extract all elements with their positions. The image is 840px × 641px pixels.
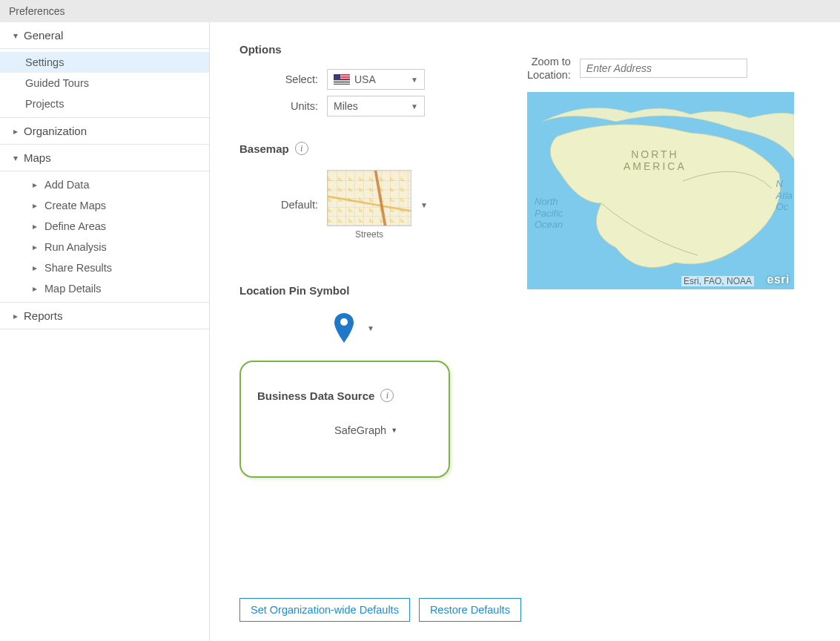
esri-logo: esri [767, 273, 790, 286]
bds-select-value: SafeGraph [334, 424, 386, 436]
basemap-default-label: Default: [239, 199, 327, 211]
footer-buttons: Set Organization-wide Defaults Restore D… [239, 598, 521, 622]
location-preview-column: Zoom to Location: Location Preview NORTH… [527, 55, 794, 289]
chevron-right-icon [33, 200, 40, 211]
basemap-title: Basemap [239, 142, 289, 155]
chevron-right-icon [13, 311, 21, 321]
sidebar-item-label: Share Results [44, 262, 112, 274]
sidebar-item-share-results[interactable]: Share Results [0, 257, 209, 278]
sidebar-group-general-items: Settings Guided Tours Projects [0, 49, 209, 117]
sidebar-item-define-areas[interactable]: Define Areas [0, 216, 209, 237]
map-label-pacific: NorthPacificOcean [535, 196, 563, 231]
info-icon[interactable]: i [380, 389, 394, 402]
chevron-down-icon: ▼ [367, 324, 374, 332]
sidebar-item-add-data[interactable]: Add Data [0, 174, 209, 195]
country-select-value: USA [354, 73, 376, 85]
info-icon[interactable]: i [295, 142, 308, 155]
basemap-thumbnail[interactable] [327, 170, 411, 226]
chevron-down-icon [13, 153, 21, 163]
chevron-right-icon [33, 180, 40, 190]
sidebar-group-maps-items: Add Data Create Maps Define Areas Run An… [0, 171, 209, 302]
svg-point-0 [340, 318, 348, 326]
options-title: Options [239, 43, 833, 56]
sidebar-item-label: Map Details [44, 283, 102, 295]
units-label: Units: [239, 100, 327, 112]
chevron-right-icon [33, 242, 40, 252]
window-title: Preferences [0, 0, 840, 22]
chevron-right-icon [13, 126, 21, 137]
set-org-defaults-button[interactable]: Set Organization-wide Defaults [239, 598, 410, 622]
sidebar-item-label: Run Analysis [44, 241, 107, 253]
sidebar-group-maps[interactable]: Maps [0, 145, 209, 171]
sidebar-group-label: Organization [24, 125, 87, 137]
sidebar-item-projects[interactable]: Projects [0, 93, 209, 114]
sidebar-group-label: Maps [24, 151, 51, 164]
units-select-value: Miles [334, 100, 358, 112]
sidebar: General Settings Guided Tours Projects O… [0, 22, 210, 641]
sidebar-item-label: Define Areas [44, 220, 106, 232]
map-label-atlantic: NAtlaOc [776, 178, 793, 213]
restore-defaults-button[interactable]: Restore Defaults [419, 598, 521, 622]
zoom-address-input[interactable] [580, 59, 747, 78]
sidebar-group-label: Reports [24, 309, 63, 322]
chevron-down-icon [13, 30, 21, 41]
chevron-down-icon: ▼ [391, 427, 397, 434]
sidebar-item-create-maps[interactable]: Create Maps [0, 195, 209, 216]
chevron-down-icon: ▼ [411, 102, 418, 111]
sidebar-item-settings[interactable]: Settings [0, 52, 209, 73]
sidebar-group-organization[interactable]: Organization [0, 117, 209, 145]
chevron-right-icon [33, 221, 40, 231]
business-data-source-box: Business Data Source i SafeGraph ▼ [239, 361, 450, 478]
sidebar-item-map-details[interactable]: Map Details [0, 278, 209, 299]
location-pin-icon[interactable] [334, 313, 354, 343]
flag-usa-icon [334, 74, 350, 85]
bds-title: Business Data Source [257, 389, 374, 402]
pin-dropdown[interactable]: ▼ [367, 324, 374, 332]
sidebar-group-label: General [24, 29, 63, 42]
basemap-dropdown[interactable]: ▼ [420, 201, 428, 209]
units-select[interactable]: Miles ▼ [327, 96, 425, 116]
main-panel: Options Select: USA ▼ Units: Miles ▼ Bas… [210, 22, 840, 641]
location-preview-map[interactable]: Location Preview NORTHAMERICA NorthPacif… [527, 92, 794, 289]
sidebar-item-label: Add Data [44, 179, 89, 191]
sidebar-group-general[interactable]: General [0, 22, 209, 49]
chevron-right-icon [33, 283, 40, 294]
sidebar-item-run-analysis[interactable]: Run Analysis [0, 237, 209, 257]
map-label-continent: NORTHAMERICA [624, 148, 687, 172]
zoom-label: Zoom to Location: [527, 55, 571, 82]
select-label: Select: [239, 73, 327, 85]
chevron-down-icon: ▼ [420, 201, 428, 209]
sidebar-group-reports[interactable]: Reports [0, 302, 209, 329]
sidebar-item-label: Create Maps [44, 200, 106, 211]
bds-select[interactable]: SafeGraph ▼ [334, 424, 432, 436]
map-illustration [527, 92, 794, 289]
sidebar-item-guided-tours[interactable]: Guided Tours [0, 73, 209, 93]
basemap-caption: Streets [327, 229, 411, 240]
chevron-down-icon: ▼ [411, 76, 418, 84]
map-attribution: Esri, FAO, NOAA [681, 276, 754, 286]
country-select[interactable]: USA ▼ [327, 69, 425, 90]
chevron-right-icon [33, 263, 40, 273]
